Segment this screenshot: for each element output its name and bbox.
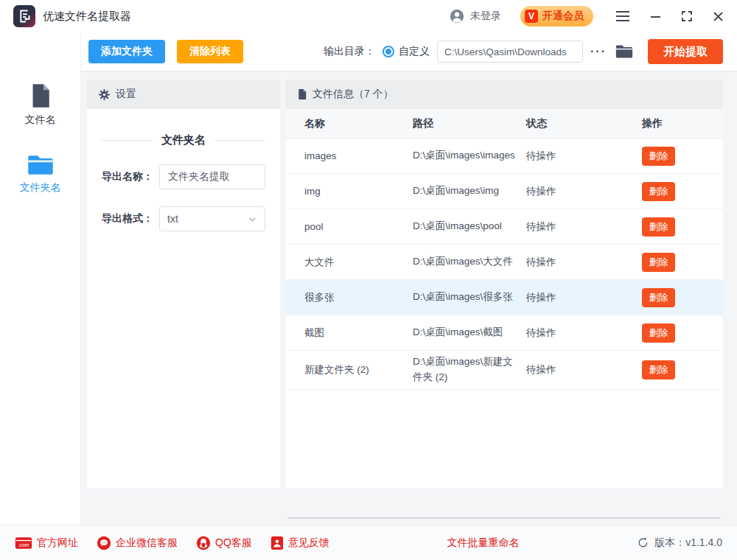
minimize-icon[interactable] [650, 11, 661, 22]
export-format-select[interactable]: txt [159, 206, 265, 231]
table-row[interactable]: pool D:\桌面\images\pool 待操作 删除 [286, 209, 723, 245]
col-path: 路径 [413, 117, 526, 130]
login-status[interactable]: 未登录 [470, 10, 501, 23]
wechat-service-icon [97, 536, 111, 550]
app-title: 优速文件名提取器 [43, 10, 131, 24]
name-cell: pool [304, 221, 413, 232]
table-row[interactable]: img D:\桌面\images\img 待操作 删除 [286, 174, 723, 209]
name-cell: 很多张 [304, 291, 413, 304]
footer: .com 官方网址 企业微信客服 QQ客服 [0, 525, 737, 560]
path-cell: D:\桌面\images\截图 [413, 321, 520, 344]
section-divider: 文件夹名 [102, 133, 265, 147]
file-info-panel: 文件信息（7 个） 名称 路径 状态 操作 images D:\桌面\image… [286, 80, 723, 489]
add-folder-button[interactable]: 添加文件夹 [88, 40, 165, 63]
delete-button[interactable]: 删除 [642, 253, 675, 272]
status-cell: 待操作 [526, 363, 642, 377]
settings-header-label: 设置 [116, 88, 136, 101]
official-site-label: 官方网址 [37, 536, 78, 550]
sidebar-item-foldername[interactable]: 文件夹名 [0, 154, 80, 195]
feedback-label: 意见反馈 [288, 536, 329, 550]
maximize-icon[interactable] [681, 10, 693, 22]
delete-button[interactable]: 删除 [642, 288, 675, 307]
col-status: 状态 [526, 117, 642, 130]
feedback-link[interactable]: 意见反馈 [270, 536, 329, 550]
col-action: 操作 [642, 117, 723, 130]
open-folder-icon[interactable] [615, 44, 633, 59]
delete-button[interactable]: 删除 [642, 217, 675, 237]
version-label: 版本：v1.1.4.0 [654, 536, 722, 550]
qq-service-link[interactable]: QQ客服 [196, 536, 252, 550]
document-icon [297, 88, 307, 100]
main-area: 设置 文件夹名 导出名称： 导出格式： txt [81, 71, 737, 525]
menu-icon[interactable] [615, 10, 630, 22]
sidebar: 文件名 文件夹名 [0, 32, 81, 525]
svg-text:.com: .com [18, 542, 29, 547]
clear-list-button[interactable]: 清除列表 [177, 40, 243, 63]
delete-button[interactable]: 删除 [642, 360, 675, 379]
table-row[interactable]: 新建文件夹 (2) D:\桌面\images\新建文件夹 (2) 待操作 删除 [286, 351, 723, 390]
table-row-selected[interactable]: 很多张 D:\桌面\images\很多张 待操作 删除 [286, 280, 723, 315]
name-cell: 新建文件夹 (2) [304, 363, 413, 377]
name-cell: img [304, 186, 413, 197]
export-name-input[interactable] [159, 164, 265, 189]
export-format-value: txt [167, 213, 178, 225]
sidebar-item-label: 文件名 [25, 113, 56, 127]
output-dir-label: 输出目录： [324, 45, 375, 58]
vip-icon: V [525, 10, 538, 23]
delete-button[interactable]: 删除 [642, 147, 675, 166]
dot-com-icon: .com [15, 536, 32, 550]
status-cell: 待操作 [526, 291, 642, 304]
path-cell: D:\桌面\images\新建文件夹 (2) [413, 351, 520, 389]
qq-service-icon [196, 536, 211, 550]
output-path-input[interactable] [437, 41, 583, 63]
folder-icon [27, 154, 54, 176]
delete-button[interactable]: 删除 [642, 323, 675, 343]
status-cell: 待操作 [526, 150, 642, 163]
name-cell: 截图 [304, 326, 413, 340]
path-cell: D:\桌面\images\pool [413, 215, 520, 238]
sidebar-item-filename[interactable]: 文件名 [0, 83, 80, 127]
user-avatar-icon [449, 8, 465, 24]
chevron-down-icon [248, 214, 257, 224]
user-account[interactable]: 未登录 [449, 8, 501, 24]
divider-line [102, 140, 153, 141]
path-cell: D:\桌面\images\images [413, 144, 520, 167]
path-cell: D:\桌面\images\img [413, 180, 520, 203]
toolbar: 添加文件夹 清除列表 输出目录： 自定义 ··· 开始提取 [81, 32, 737, 71]
divider-line [214, 140, 265, 141]
qq-service-label: QQ客服 [215, 536, 252, 550]
version-info: 版本：v1.1.4.0 [637, 536, 722, 550]
status-cell: 待操作 [526, 220, 642, 234]
table-row[interactable]: 大文件 D:\桌面\images\大文件 待操作 删除 [286, 245, 723, 280]
status-cell: 待操作 [526, 256, 642, 269]
file-info-header: 文件信息（7 个） [286, 80, 723, 109]
wechat-service-link[interactable]: 企业微信客服 [97, 536, 178, 550]
table-header: 名称 路径 状态 操作 [286, 109, 723, 139]
name-cell: images [304, 150, 413, 161]
app-logo-icon [13, 5, 35, 27]
settings-panel: 设置 文件夹名 导出名称： 导出格式： txt [87, 80, 280, 489]
export-name-label: 导出名称： [102, 170, 159, 183]
refresh-icon[interactable] [637, 536, 649, 549]
vip-label: 开通会员 [542, 10, 584, 23]
titlebar: 优速文件名提取器 未登录 V 开通会员 [0, 0, 737, 32]
browse-ellipsis-button[interactable]: ··· [590, 45, 607, 58]
close-icon[interactable] [713, 11, 724, 22]
table-row[interactable]: 截图 D:\桌面\images\截图 待操作 删除 [286, 315, 723, 351]
official-site-link[interactable]: .com 官方网址 [15, 536, 78, 550]
open-vip-button[interactable]: V 开通会员 [520, 6, 593, 27]
wechat-service-label: 企业微信客服 [116, 536, 178, 550]
start-extract-button[interactable]: 开始提取 [648, 39, 723, 64]
section-title: 文件夹名 [161, 133, 206, 147]
export-format-label: 导出格式： [102, 212, 159, 225]
name-cell: 大文件 [304, 256, 413, 269]
custom-radio[interactable] [383, 46, 394, 57]
table-row[interactable]: images D:\桌面\images\images 待操作 删除 [286, 139, 723, 174]
custom-radio-label[interactable]: 自定义 [399, 45, 430, 58]
delete-button[interactable]: 删除 [642, 182, 675, 201]
path-cell: D:\桌面\images\很多张 [413, 286, 520, 309]
batch-rename-link[interactable]: 文件批量重命名 [447, 536, 519, 550]
file-icon [29, 83, 52, 108]
feedback-icon [270, 536, 284, 550]
horizontal-scrollbar[interactable] [287, 517, 721, 519]
